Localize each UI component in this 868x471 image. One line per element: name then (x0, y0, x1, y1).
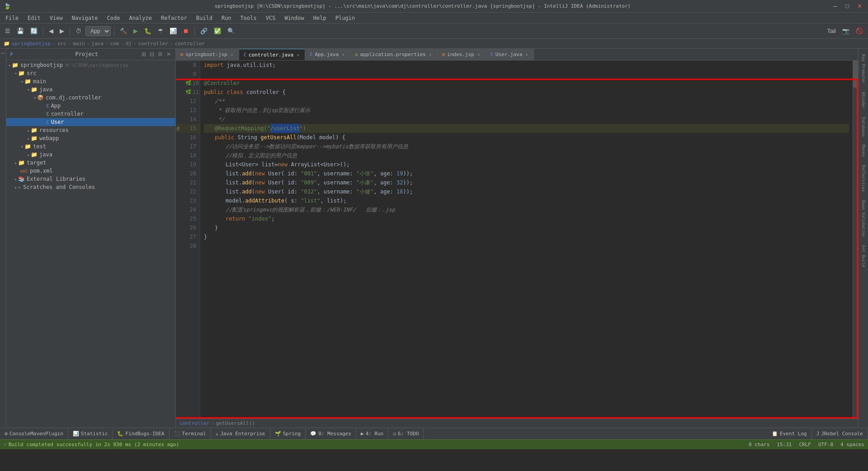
breadcrumb-project[interactable]: springbootjsp (12, 41, 51, 47)
toolbar-forward-btn[interactable]: ▶ (57, 26, 66, 36)
breadcrumb-main[interactable]: main (73, 41, 85, 47)
tab-close-btn[interactable]: ✕ (341, 52, 345, 57)
bottom-tab-terminal[interactable]: ⬛ Terminal (170, 428, 211, 440)
menu-window[interactable]: Window (281, 14, 307, 22)
bottom-tab-todo[interactable]: ☑ 6: TODO (388, 428, 424, 440)
bottom-tab-messages[interactable]: 💬 0: Messages (306, 428, 356, 440)
scrollbar-thumb[interactable] (853, 61, 858, 88)
bottom-tab-run[interactable]: ▶ 4: Run (356, 428, 388, 440)
tree-item-target[interactable]: ▸ 📁 target (6, 159, 175, 167)
toolbar-coverage-btn[interactable]: ☂ (156, 26, 165, 36)
toolbar-sep-1 (43, 27, 43, 36)
tree-item-src[interactable]: ▾ 📁 src (6, 69, 175, 77)
toolbar-no-btn[interactable]: 🚫 (854, 26, 865, 36)
tree-item-scratches[interactable]: ▸ ✏ Scratches and Consoles (6, 183, 175, 191)
menu-code[interactable]: Code (104, 14, 124, 22)
menu-build[interactable]: Build (193, 14, 216, 22)
right-panel-bean-validation[interactable]: Bean Validation (860, 197, 867, 240)
tab-springboot-jsp[interactable]: m springboot-jsp ✕ (176, 49, 239, 60)
breadcrumb-com[interactable]: com (110, 41, 119, 47)
toolbar-recent-btn[interactable]: ⏱ (73, 26, 84, 36)
menu-analyze[interactable]: Analyze (125, 14, 156, 22)
toolbar-sync-btn[interactable]: 🔄 (28, 26, 40, 36)
toolbar-run-btn[interactable]: ▶ (131, 26, 140, 36)
scrollbar-track[interactable] (853, 61, 858, 419)
toolbar-save-btn[interactable]: 💾 (14, 26, 26, 36)
maximize-button[interactable]: □ (843, 1, 851, 11)
tab-close-btn[interactable]: ✕ (524, 52, 529, 57)
tree-item-resources[interactable]: ▸ 📁 resources (6, 126, 175, 134)
toolbar-screenshot-btn[interactable]: 📷 (840, 26, 852, 36)
bottom-tab-jrebel-console[interactable]: J JRebel Console (812, 428, 868, 440)
menu-view[interactable]: View (46, 14, 66, 22)
tree-item-app[interactable]: C App (6, 102, 175, 110)
toolbar-debug-btn[interactable]: 🐛 (142, 26, 154, 36)
tree-item-ext-libs[interactable]: ▸ 📚 External Libraries (6, 175, 175, 183)
toolbar-build-btn[interactable]: 🔨 (118, 26, 129, 36)
code-editor[interactable]: 8 9 🌿 10 🌿 11 12 13 14 15 @ (176, 61, 858, 419)
tree-item-pom[interactable]: xml pom.xml (6, 167, 175, 175)
toolbar-find-btn[interactable]: 🔍 (225, 26, 237, 36)
toolbar-profile-btn[interactable]: 📊 (167, 26, 179, 36)
tab-index-jsp[interactable]: m index.jsp ✕ (438, 49, 486, 60)
menu-file[interactable]: File (2, 14, 22, 22)
right-panel-ant-build[interactable]: Ant Build (860, 241, 867, 271)
tree-settings-btn[interactable]: ⚙ (157, 50, 164, 58)
app-combo[interactable]: App (85, 26, 111, 36)
tab-close-btn[interactable]: ✕ (428, 52, 433, 57)
bottom-tab-console-maven[interactable]: ⚙ ConsoleMavenPlugin (0, 428, 68, 440)
menu-navigate[interactable]: Navigate (68, 14, 102, 22)
bottom-tab-event-log[interactable]: 📋 Event Log (767, 428, 812, 440)
menu-help[interactable]: Help (310, 14, 330, 22)
menu-edit[interactable]: Edit (24, 14, 44, 22)
tree-item-java-test[interactable]: ▸ 📁 java (6, 151, 175, 159)
tab-close-btn[interactable]: ✕ (230, 52, 234, 57)
tree-item-main[interactable]: ▾ 📁 main (6, 77, 175, 85)
tab-app-java[interactable]: C App.java ✕ (305, 49, 350, 60)
tab-close-btn[interactable]: ✕ (476, 52, 481, 57)
toolbar-tail-btn[interactable]: Tail (825, 26, 838, 36)
tree-item-user[interactable]: C User (6, 118, 175, 126)
toolbar-menu-icon[interactable]: ☰ (3, 26, 13, 36)
tree-item-package[interactable]: ▾ 📦 com.dj.controller (6, 94, 175, 102)
right-panel-axcoder[interactable]: AXcoder (860, 88, 867, 113)
tab-user-java[interactable]: C User.java ✕ (486, 49, 534, 60)
tree-item-webapp[interactable]: ▸ 📁 webapp (6, 134, 175, 142)
menu-plugin[interactable]: Plugin (332, 14, 359, 22)
tree-item-java1[interactable]: ▾ 📁 java (6, 85, 175, 94)
breadcrumb-src[interactable]: src (57, 41, 66, 47)
tab-application-properties[interactable]: a application.properties ✕ (350, 49, 438, 60)
close-button[interactable]: ✕ (855, 1, 864, 11)
bottom-tab-findbugs[interactable]: 🐛 FindBugs-IDEA (113, 428, 169, 440)
toolbar-commit-btn[interactable]: ✅ (212, 26, 223, 36)
tree-item-controller[interactable]: C controller (6, 110, 175, 118)
breadcrumb-controller-pkg[interactable]: controller (138, 41, 168, 47)
breadcrumb-java[interactable]: java (91, 41, 104, 47)
tab-close-btn[interactable]: ✕ (296, 52, 300, 58)
bottom-tab-java-enterprise[interactable]: ☕ Java Enterprise (211, 428, 270, 440)
menu-run[interactable]: Run (218, 14, 235, 22)
bottom-tab-spring[interactable]: 🌱 Spring (270, 428, 306, 440)
code-content[interactable]: import java.util.List; @Controller publi… (200, 61, 853, 419)
menu-tools[interactable]: Tools (237, 14, 260, 22)
jrebel-icon[interactable]: J (1, 52, 5, 55)
tab-controller-java[interactable]: C controller.java ✕ (239, 49, 305, 60)
menu-refactor[interactable]: Refactor (157, 14, 191, 22)
tree-close-btn[interactable]: ✕ (165, 50, 172, 58)
tree-collapse-all-btn[interactable]: ⊟ (149, 50, 155, 58)
right-panel-retservices[interactable]: RetServices (860, 161, 867, 196)
breadcrumb-dj[interactable]: dj (126, 41, 132, 47)
tree-item-springbootjsp[interactable]: ▾ 📁 springbootjsp H:\CSDN\springbootjsp (6, 61, 175, 69)
right-panel-key-promoter[interactable]: Key Promoter (860, 51, 867, 87)
minimize-button[interactable]: ─ (831, 1, 840, 11)
breadcrumb-controller-file[interactable]: controller (175, 41, 205, 47)
right-panel-maven[interactable]: Maven (860, 141, 867, 160)
tree-item-test[interactable]: ▾ 📁 test (6, 142, 175, 151)
tree-expand-all-btn[interactable]: ⊞ (141, 50, 147, 58)
toolbar-vcs-btn[interactable]: 🔗 (198, 26, 210, 36)
toolbar-back-btn[interactable]: ◀ (47, 26, 56, 36)
toolbar-stop-btn[interactable]: ⏹ (181, 26, 191, 36)
bottom-tab-statistic[interactable]: 📊 Statistic (68, 428, 113, 440)
menu-vcs[interactable]: VCS (262, 14, 279, 22)
right-panel-database[interactable]: Database (860, 113, 867, 140)
